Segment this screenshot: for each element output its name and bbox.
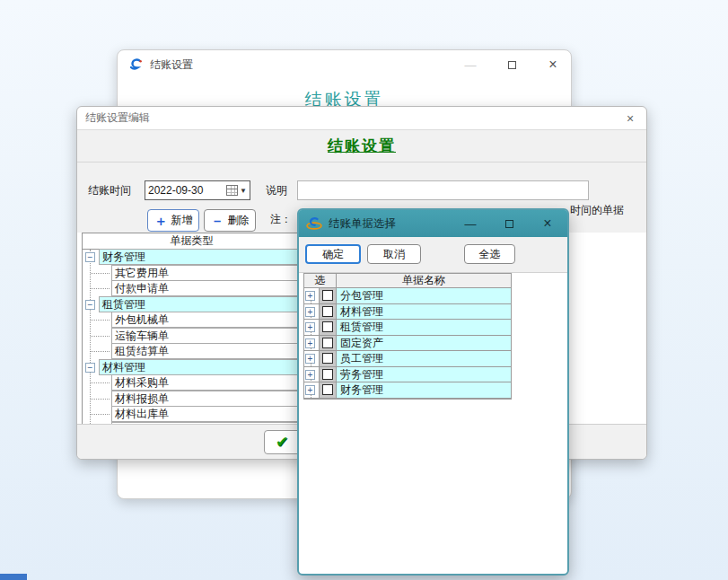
document-row[interactable]: +材料管理 (304, 304, 511, 321)
row-checkbox[interactable] (322, 369, 333, 380)
document-name: 劳务管理 (337, 367, 511, 382)
checkbox-cell (319, 351, 337, 366)
document-row[interactable]: +租赁管理 (304, 320, 511, 336)
document-type-tree: 单据类型 −财务管理其它费用单付款申请单−租赁管理外包机械单运输车辆单租赁结算单… (82, 233, 302, 426)
dialog-titlebar: 结账单据选择 — × (299, 210, 567, 237)
note-prefix-text: 注： (270, 212, 292, 227)
closing-time-label: 结账时间 (88, 180, 131, 200)
dialog-title: 结账单据选择 (329, 216, 396, 232)
row-checkbox[interactable] (322, 353, 333, 364)
tree-item[interactable]: −材料管理 (83, 360, 301, 376)
expand-icon[interactable]: + (305, 354, 315, 364)
back-window-titlebar: 结账设置 — × (118, 50, 571, 79)
tree-item[interactable]: 租赁结算单 (83, 344, 301, 360)
expand-icon[interactable]: + (305, 291, 315, 301)
tree-item-label: 外包机械单 (111, 312, 301, 328)
close-icon[interactable]: × (622, 111, 638, 126)
row-checkbox[interactable] (322, 321, 333, 332)
app-logo-icon (128, 57, 144, 73)
check-icon: ✔ (276, 433, 288, 452)
document-name: 财务管理 (337, 382, 511, 398)
closing-document-select-dialog: 结账单据选择 — × 确定 取消 全选 选 单据名称 +分包管理+材料管理+租赁… (297, 208, 569, 576)
row-checkbox[interactable] (322, 338, 333, 348)
document-name: 固定资产 (337, 336, 511, 351)
expander-cell: + (304, 351, 319, 366)
expand-icon[interactable]: + (305, 370, 315, 380)
collapse-icon[interactable]: − (85, 300, 95, 310)
tree-header: 单据类型 (83, 233, 301, 250)
checkbox-cell (319, 382, 337, 398)
tree-item-label: 其它费用单 (111, 265, 301, 281)
document-row[interactable]: +固定资产 (304, 336, 511, 352)
expander-cell: + (304, 320, 319, 335)
tree-item[interactable]: 材料采购单 (83, 375, 301, 391)
name-column-header: 单据名称 (337, 274, 511, 287)
document-name: 分包管理 (337, 288, 511, 303)
select-column-header: 选 (304, 274, 337, 287)
calendar-icon (226, 185, 238, 196)
delete-button[interactable]: － 删除 (204, 209, 256, 232)
select-all-button[interactable]: 全选 (464, 244, 515, 264)
checkbox-cell (319, 304, 337, 320)
expander-cell: + (304, 382, 319, 398)
description-input[interactable] (297, 180, 589, 200)
document-row[interactable]: +员工管理 (304, 351, 511, 367)
collapse-icon[interactable]: − (85, 252, 95, 262)
edit-window-title: 结账设置编辑 (85, 110, 150, 126)
chevron-down-icon: ▼ (240, 187, 247, 195)
tree-body: −财务管理其它费用单付款申请单−租赁管理外包机械单运输车辆单租赁结算单−材料管理… (83, 250, 301, 426)
tree-item[interactable]: 材料报损单 (83, 391, 301, 408)
tree-item[interactable]: −租赁管理 (83, 297, 301, 313)
expand-icon[interactable]: + (305, 307, 315, 317)
maximize-icon[interactable] (504, 57, 519, 72)
expand-icon[interactable]: + (305, 338, 315, 348)
tree-item[interactable]: 其它费用单 (83, 266, 301, 282)
document-row[interactable]: +财务管理 (304, 382, 511, 399)
expand-icon[interactable]: + (305, 385, 315, 395)
maximize-icon[interactable] (502, 216, 516, 231)
row-checkbox[interactable] (322, 290, 333, 301)
document-name: 租赁管理 (337, 320, 511, 335)
tree-item[interactable]: 材料出库单 (83, 407, 301, 423)
table-rows: +分包管理+材料管理+租赁管理+固定资产+员工管理+劳务管理+财务管理 (304, 288, 511, 399)
minimize-icon[interactable]: — (463, 216, 478, 231)
edit-window-titlebar: 结账设置编辑 × (77, 107, 646, 129)
tree-item[interactable]: −财务管理 (83, 250, 301, 266)
tree-item[interactable]: 运输车辆单 (83, 329, 301, 345)
expand-icon[interactable]: + (305, 322, 315, 332)
minimize-icon[interactable]: — (463, 57, 478, 72)
tree-item-label: 材料采购单 (111, 374, 301, 391)
close-icon[interactable]: × (540, 216, 555, 231)
collapse-icon[interactable]: − (85, 363, 95, 373)
row-checkbox[interactable] (322, 306, 333, 317)
tree-item-label: 材料出库单 (111, 406, 301, 422)
expander-cell: + (304, 304, 319, 320)
document-name: 员工管理 (337, 351, 511, 366)
document-row[interactable]: +分包管理 (304, 288, 511, 304)
expander-cell: + (304, 336, 319, 351)
row-checkbox[interactable] (322, 384, 333, 395)
expander-cell: + (304, 367, 319, 382)
document-table: 选 单据名称 +分包管理+材料管理+租赁管理+固定资产+员工管理+劳务管理+财务… (303, 273, 512, 400)
minus-icon: － (211, 214, 224, 227)
dialog-app-icon (306, 215, 322, 232)
cancel-button[interactable]: 取消 (367, 244, 421, 264)
document-name: 材料管理 (337, 304, 511, 320)
document-row[interactable]: +劳务管理 (304, 367, 511, 383)
tree-item-label: 运输车辆单 (111, 328, 301, 344)
tree-item[interactable]: 付款申请单 (83, 281, 301, 297)
ok-button[interactable]: 确定 (305, 244, 361, 264)
closing-time-value: 2022-09-30 (148, 184, 224, 197)
checkbox-cell (319, 320, 337, 335)
close-icon[interactable]: × (546, 57, 560, 72)
tree-item[interactable]: 外包机械单 (83, 312, 301, 329)
add-button[interactable]: ＋ 新增 (147, 209, 199, 232)
note-suffix-text: 时间的单据 (570, 203, 624, 218)
checkbox-cell (319, 336, 337, 351)
closing-time-datepicker[interactable]: 2022-09-30 ▼ (145, 180, 250, 200)
tree-item-label: 材料管理 (99, 359, 301, 375)
table-header: 选 单据名称 (304, 274, 511, 288)
plus-icon: ＋ (154, 214, 168, 227)
tree-item-label: 租赁结算单 (111, 343, 301, 359)
calendar-dropdown-button[interactable]: ▼ (224, 185, 247, 196)
